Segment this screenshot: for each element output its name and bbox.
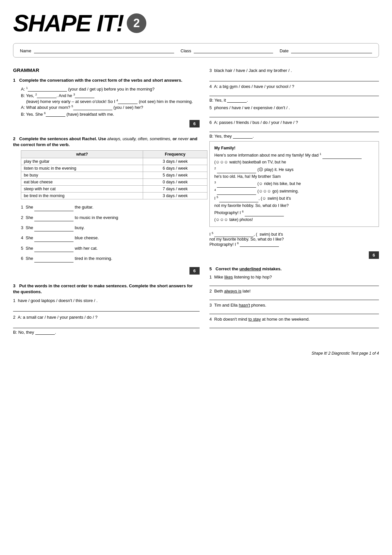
q3-r-line3[interactable] [209,76,379,81]
q1-instruction: Complete the conversation with the corre… [19,78,182,83]
q2-sent-num: 1 [21,205,23,210]
q1-blank-2[interactable] [37,93,57,98]
left-column: GRAMMAR 1 Complete the conversation with… [13,67,200,341]
q4-below-line2: not my favorite hobby. So, what do I lik… [209,237,379,242]
q5-header: 5 Correct the underlined mistakes. [209,266,379,272]
q4-blank-1[interactable] [322,154,362,159]
q1-blank-5[interactable] [73,105,112,110]
q1-blank-6[interactable] [46,111,65,117]
q3-r-item6b: B: Yes, they . [209,133,379,139]
q4-below-blank5[interactable] [214,232,253,237]
class-field: Class [181,47,273,53]
table-cell-what: eat blue cheese [21,179,143,186]
q4-blank-6[interactable] [245,211,284,216]
question-3: 3 Put the words in the correct order to … [13,283,200,335]
q3-r-item6: 6 A: passes / friends / bus / do / your … [209,120,379,125]
name-field: Name [20,47,174,53]
q5-fill-3[interactable] [209,308,379,314]
q4-blank-2[interactable] [217,168,256,173]
q4-blank-3[interactable] [217,182,256,188]
q3-r-item4: 4 A: a big gym / does / have / your scho… [209,84,379,89]
q5-fill-2[interactable] [209,294,379,300]
table-cell-freq: 7 days / week [143,186,207,193]
page-header: SHAPE IT! 2 [13,10,379,37]
page-footer: Shape It! 2 Diagnostic Test page 1 of 4 [13,351,379,356]
table-row: play the guitar3 days / week [21,158,207,165]
q3-fill-2[interactable] [13,322,200,328]
q4-below-line3: Photography! I 6 [209,242,379,247]
q2-sent-blank[interactable] [34,257,74,262]
q4-blank-4[interactable] [217,190,256,195]
q3-r-blank6b[interactable] [233,133,253,139]
q4-box-title: My Family! [214,145,374,152]
q5-item-2: 2 Beth always is late! [209,289,379,300]
q4-score: 6 [369,251,379,259]
q5-item-1: 1 Mike likes listening to hip hop? [209,275,379,286]
q5-item-text-3: 3 Tim and Ella hasn't phones. [209,303,379,308]
q5-item-3: 3 Tim and Ella hasn't phones. [209,303,379,314]
table-cell-what: be tired in the morning [21,193,143,199]
table-cell-what: sleep with her cat [21,186,143,193]
q1-dialog: A: 1 (your dad / get up) before you in t… [13,86,200,117]
q5-fill-4[interactable] [209,322,379,328]
date-label: Date [280,48,288,53]
q5-underline-1: likes [224,275,233,279]
class-line[interactable] [194,47,273,53]
name-line[interactable] [34,47,174,53]
q2-sent-num: 5 [21,246,23,251]
question-5: 5 Correct the underlined mistakes. 1 Mik… [209,266,379,328]
table-cell-what: play the guitar [21,158,143,165]
q5-fill-1[interactable] [209,280,379,286]
q5-item-text-2: 2 Beth always is late! [209,289,379,294]
q2-instruction: Complete the sentences about Rachel. Use… [13,136,197,147]
q3-r-item4b: B: Yes, it . [209,97,379,103]
q4-below-blank6[interactable] [240,242,279,247]
q2-sentence-line: 5 She with her cat. [21,244,200,252]
name-label: Name [20,48,31,53]
title: SHAPE IT! 2 [13,10,379,37]
q2-score: 6 [189,267,200,275]
table-cell-freq: 3 days / week [143,158,207,165]
q4-score-row: 6 [209,249,379,261]
book-number: 2 [127,13,146,33]
q5-underline-4: to stay [248,317,261,322]
q4-below-line1: I 5 , ( swim) but it's [209,231,379,237]
table-row: eat blue cheese0 days / week [21,179,207,186]
q1-line-a2: A: What about your mom? 5 (you / see) he… [21,105,200,110]
table-cell-freq: 3 days / week [143,193,207,199]
q3-fill-1[interactable] [13,306,200,311]
date-line[interactable] [291,47,372,53]
table-row: listen to music in the evening6 days / w… [21,165,207,172]
q2-sent-blank[interactable] [34,237,74,242]
q2-sent-blank[interactable] [34,226,74,231]
table-cell-freq: 5 days / week [143,172,207,179]
q2-sent-num: 6 [21,256,23,261]
q3-r-blank4b[interactable] [227,97,247,103]
q2-sentence-line: 1 She the guitar. [21,203,200,211]
q2-sentence-line: 4 She blue cheese. [21,234,200,242]
q2-score-row: 6 [13,265,200,277]
q5-instruction: Correct the underlined mistakes. [216,266,282,271]
table-cell-what: be busy [21,172,143,179]
q1-blank-3[interactable] [75,93,94,98]
q3-r-line4a[interactable] [209,90,379,96]
q4-text-box: My Family! Here's some information about… [209,141,379,227]
q3-r-line6a[interactable] [209,126,379,132]
q1-blank-1[interactable] [28,86,67,92]
q2-sent-blank[interactable] [34,247,74,252]
q4-below-box: I 5 , ( swim) but it's not my favorite h… [209,231,379,246]
question-2: 2 Complete the sentences about Rachel. U… [13,136,200,277]
q2-sent-blank[interactable] [34,206,74,211]
q2-sent-num: 3 [21,225,23,230]
q3-r-item5: 5 phones / have / we / expensive / don't… [209,105,379,110]
q2-sent-blank[interactable] [34,216,74,221]
table-row: sleep with her cat7 days / week [21,186,207,193]
q3-blank-2[interactable] [35,329,55,335]
q2-sentence-line: 3 She busy. [21,224,200,231]
q2-sent-num: 4 [21,235,23,240]
q1-line-b1: B: Yes, 2. And he 3 [21,93,200,98]
q3-r-line5[interactable] [209,111,379,117]
q1-blank-4[interactable] [118,99,138,104]
q3-r-item3: 3 black hair / have / Jack and my brothe… [209,67,379,74]
q4-blank-5[interactable] [219,197,258,202]
